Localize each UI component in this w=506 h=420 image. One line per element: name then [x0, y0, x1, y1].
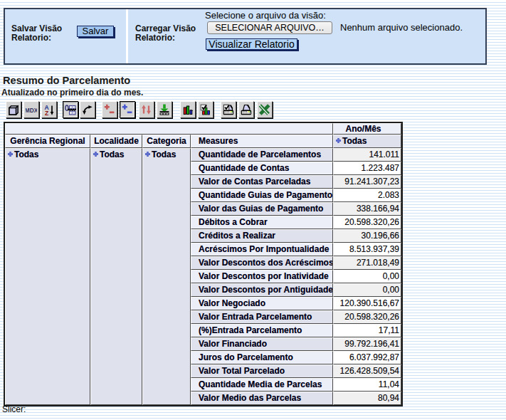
- svg-text:Z: Z: [45, 110, 48, 116]
- svg-text:MDX: MDX: [26, 107, 37, 114]
